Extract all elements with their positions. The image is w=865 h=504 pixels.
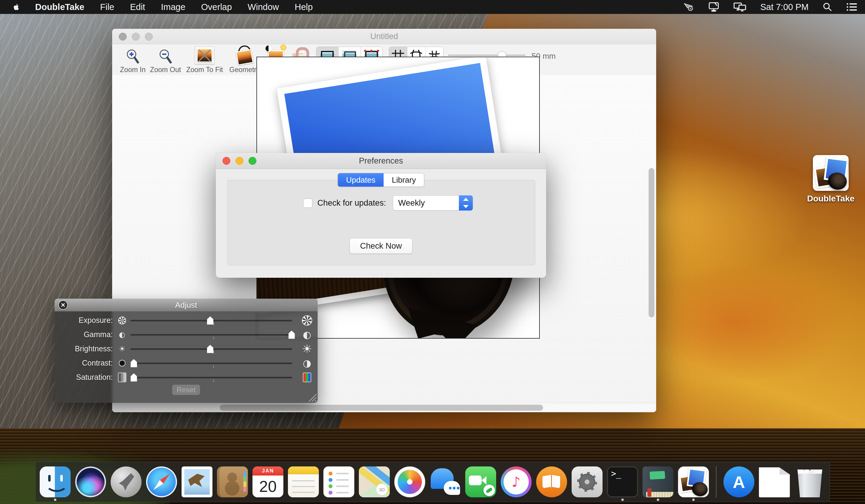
dock-notes[interactable] — [288, 467, 319, 497]
close-button[interactable] — [222, 157, 230, 165]
dock-app-store[interactable]: A — [724, 467, 754, 497]
dock-finder[interactable] — [40, 467, 71, 497]
window-titlebar[interactable]: Untitled — [112, 29, 656, 44]
horizontal-scroll-thumb[interactable] — [220, 405, 543, 411]
app-store-icon: A — [724, 467, 754, 497]
dock-messages[interactable] — [430, 467, 461, 497]
doubletake-app-icon[interactable] — [813, 155, 849, 191]
messages-icon — [430, 467, 461, 497]
dock-launchpad[interactable] — [111, 467, 141, 497]
maps-icon: 3D — [359, 467, 390, 497]
menu-bar: DoubleTake File Edit Image Overlap Windo… — [0, 0, 865, 14]
displays-icon[interactable] — [734, 2, 746, 12]
gamma-slider-thumb[interactable] — [289, 331, 295, 339]
dock-photos[interactable] — [394, 467, 425, 497]
slider-track — [448, 55, 526, 56]
tab-library[interactable]: Library — [384, 173, 424, 187]
dock-document[interactable] — [759, 467, 790, 497]
ibooks-icon — [536, 467, 567, 497]
zoom-in-icon — [126, 47, 140, 64]
frequency-value: Weekly — [393, 198, 425, 208]
adjust-panel-titlebar[interactable]: × Adjust — [55, 298, 318, 312]
toolbar-zoom-out[interactable]: Zoom Out — [149, 47, 182, 74]
dock-safari[interactable] — [146, 467, 177, 497]
zoom-button[interactable] — [249, 157, 256, 165]
dock-ibooks[interactable] — [536, 467, 567, 497]
itunes-icon: ♪ — [501, 467, 532, 497]
dock-itunes[interactable]: ♪ — [501, 467, 532, 497]
dock-notebook[interactable] — [643, 467, 673, 497]
minimize-button[interactable] — [132, 33, 140, 40]
doubletake-menu-extra-icon[interactable] — [683, 2, 694, 12]
vertical-scroll-thumb[interactable] — [649, 168, 654, 317]
saturation-slider[interactable] — [130, 373, 297, 382]
preferences-titlebar[interactable]: Preferences — [216, 153, 546, 169]
aperture-small-icon — [114, 317, 130, 324]
adjust-panel-title: Adjust — [175, 301, 197, 310]
dock-facetime[interactable] — [465, 467, 496, 497]
tab-updates[interactable]: Updates — [338, 173, 384, 187]
contrast-slider-thumb[interactable] — [131, 359, 137, 367]
facetime-icon — [465, 467, 496, 497]
resize-grip[interactable] — [308, 393, 316, 402]
menu-window[interactable]: Window — [247, 2, 279, 12]
app-menu-doubletake[interactable]: DoubleTake — [35, 2, 84, 12]
menu-overlap[interactable]: Overlap — [201, 2, 232, 12]
close-icon[interactable]: × — [58, 300, 68, 310]
notification-center-icon[interactable] — [846, 2, 857, 12]
dock-mail[interactable] — [182, 467, 212, 497]
brightness-slider[interactable] — [130, 344, 297, 353]
dock-calendar[interactable]: JAN 20 — [253, 467, 284, 497]
zoom-button[interactable] — [145, 33, 153, 40]
check-for-updates-row: Check for updates: Weekly — [303, 195, 473, 211]
dock-reminders[interactable] — [323, 467, 354, 497]
dock-doubletake[interactable] — [678, 467, 709, 497]
contrast-small-icon — [114, 360, 130, 366]
menu-file[interactable]: File — [100, 2, 114, 12]
toolbar-zoom-to-fit[interactable]: Zoom To Fit — [185, 47, 224, 74]
frequency-popup[interactable]: Weekly — [393, 195, 473, 211]
menu-image[interactable]: Image — [161, 2, 185, 12]
apple-menu-icon[interactable] — [12, 2, 20, 12]
contrast-label: Contrast: — [55, 359, 114, 367]
display-mirroring-icon[interactable] — [708, 2, 719, 12]
zoom-to-fit-icon — [195, 47, 214, 64]
menu-bar-clock[interactable]: Sat 7:00 PM — [760, 2, 809, 12]
desktop-icon-doubletake[interactable]: DoubleTake — [805, 155, 856, 203]
spotlight-search-icon[interactable] — [822, 2, 832, 12]
aperture-large-icon — [297, 315, 318, 326]
contrast-slider[interactable] — [130, 359, 297, 368]
dock-maps[interactable]: 3D — [359, 467, 390, 497]
close-button[interactable] — [119, 33, 127, 40]
dock-system-preferences[interactable] — [572, 467, 602, 497]
horizontal-scrollbar[interactable] — [112, 403, 656, 412]
check-now-button[interactable]: Check Now — [349, 238, 413, 254]
safari-icon — [146, 467, 177, 497]
exposure-slider[interactable] — [130, 316, 297, 325]
menu-help[interactable]: Help — [295, 2, 313, 12]
maps-3d-badge: 3D — [376, 483, 388, 495]
dock-terminal[interactable]: >_ — [607, 467, 638, 497]
reset-button[interactable]: Reset — [172, 385, 200, 395]
gamma-slider[interactable] — [130, 330, 297, 339]
vertical-scrollbar[interactable] — [648, 75, 656, 402]
mail-icon — [182, 467, 212, 497]
brightness-slider-thumb[interactable] — [207, 345, 214, 353]
check-for-updates-checkbox[interactable] — [303, 198, 312, 208]
traffic-lights — [222, 157, 256, 165]
desktop: DoubleTake Untitled Zoom In Zoom — [0, 0, 865, 504]
menu-edit[interactable]: Edit — [130, 2, 145, 12]
minimize-button[interactable] — [235, 157, 243, 165]
gamma-row: Gamma: ◐ ◐ — [55, 327, 318, 342]
brightness-row: Brightness: ☀ ☀ — [55, 342, 318, 356]
toolbar-zoom-in[interactable]: Zoom In — [118, 47, 148, 74]
terminal-icon: >_ — [607, 467, 638, 497]
saturation-slider-thumb[interactable] — [131, 374, 137, 382]
dock-contacts[interactable] — [217, 467, 248, 497]
dock-trash[interactable] — [794, 467, 825, 497]
saturation-label: Saturation: — [55, 373, 114, 382]
dock-siri[interactable] — [75, 467, 106, 497]
launchpad-icon — [111, 467, 141, 497]
siri-icon — [75, 467, 106, 497]
exposure-slider-thumb[interactable] — [207, 317, 214, 325]
